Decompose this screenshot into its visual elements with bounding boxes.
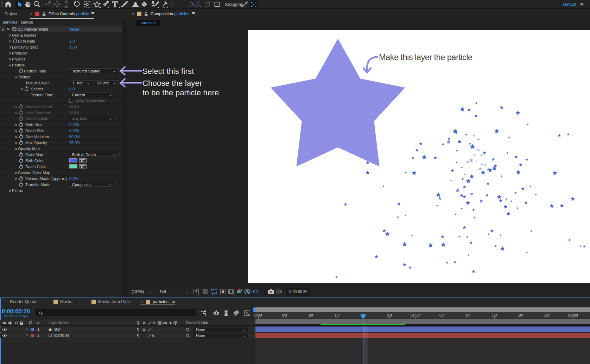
svg-text:Snapping: Snapping xyxy=(225,2,243,7)
svg-text:fx: fx xyxy=(152,334,155,338)
svg-text:fx: fx xyxy=(153,321,156,325)
